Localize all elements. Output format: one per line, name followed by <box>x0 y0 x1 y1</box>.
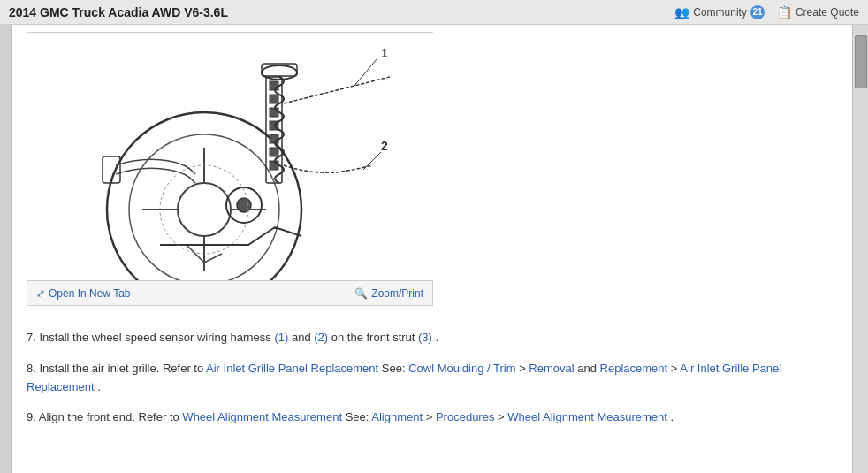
zoom-print-link[interactable]: 🔍 Zoom/Print <box>354 287 423 300</box>
main-content: 1 2 ⤢ O <box>0 25 868 473</box>
zoom-icon: 🔍 <box>354 287 368 300</box>
instruction-8-link2[interactable]: Cowl Moulding / Trim <box>408 362 515 375</box>
open-new-tab-icon: ⤢ <box>36 287 45 300</box>
create-quote-action[interactable]: 📋 Create Quote <box>777 5 859 19</box>
instruction-8-see: See: <box>382 362 408 375</box>
diagram-container: 1 2 ⤢ O <box>27 32 433 306</box>
page-title: 2014 GMC Truck Acadia AWD V6-3.6L <box>9 5 228 19</box>
instruction-7-link2[interactable]: (2) <box>314 331 328 344</box>
instruction-9-end: . <box>671 410 674 423</box>
instruction-8-link3[interactable]: Removal <box>529 362 574 375</box>
instructions: 7. Install the wheel speed sensor wiring… <box>27 329 838 427</box>
svg-rect-15 <box>270 161 278 170</box>
instruction-9-gt1: > <box>426 410 436 423</box>
svg-text:1: 1 <box>381 46 388 60</box>
instruction-7-text-after: on the front strut <box>331 331 418 344</box>
instruction-8-end: . <box>97 380 101 393</box>
svg-rect-0 <box>27 33 434 280</box>
instruction-7-end: . <box>436 331 439 344</box>
community-badge: 21 <box>750 5 765 19</box>
instruction-8-and: and <box>577 362 599 375</box>
instruction-9-link1[interactable]: Wheel Alignment Measurement <box>182 410 342 423</box>
create-quote-icon: 📋 <box>777 5 792 19</box>
zoom-print-label: Zoom/Print <box>371 287 423 300</box>
instruction-9-text-before: Align the front end. Refer to <box>39 410 183 423</box>
community-icon: 👥 <box>674 5 689 19</box>
instruction-7: 7. Install the wheel speed sensor wiring… <box>27 329 838 347</box>
instruction-7-text-before: Install the wheel speed sensor wiring ha… <box>39 331 274 344</box>
svg-rect-10 <box>270 95 278 103</box>
instruction-9: 9. Align the front end. Refer to Wheel A… <box>27 408 838 427</box>
instruction-7-number: 7. <box>27 331 39 344</box>
instruction-9-link2[interactable]: Alignment <box>371 410 423 423</box>
svg-rect-9 <box>270 81 278 90</box>
diagram-footer: ⤢ Open In New Tab 🔍 Zoom/Print <box>27 280 432 305</box>
instruction-9-gt2: > <box>498 410 507 423</box>
instruction-9-see: See: <box>346 410 372 423</box>
instruction-8-text-before: Install the air inlet grille. Refer to <box>39 362 206 375</box>
svg-rect-14 <box>270 148 278 156</box>
instruction-8-link4[interactable]: Replacement <box>600 362 668 375</box>
diagram-image: 1 2 <box>27 33 434 280</box>
open-new-tab-link[interactable]: ⤢ Open In New Tab <box>36 287 131 300</box>
create-quote-label: Create Quote <box>796 6 859 19</box>
instruction-7-link1[interactable]: (1) <box>274 331 288 344</box>
instruction-8-gt2: > <box>671 362 681 375</box>
instruction-8-gt1: > <box>519 362 529 375</box>
open-new-tab-label: Open In New Tab <box>49 287 131 300</box>
instruction-9-link4[interactable]: Wheel Alignment Measurement <box>507 410 667 423</box>
instruction-8: 8. Install the air inlet grille. Refer t… <box>27 360 838 397</box>
community-action[interactable]: 👥 Community 21 <box>674 5 765 19</box>
content-area: 1 2 ⤢ O <box>12 25 852 473</box>
svg-rect-11 <box>270 108 278 117</box>
instruction-9-number: 9. <box>27 410 39 423</box>
instruction-8-link1[interactable]: Air Inlet Grille Panel Replacement <box>206 362 378 375</box>
instruction-7-and: and <box>292 331 314 344</box>
header-actions: 👥 Community 21 📋 Create Quote <box>674 5 859 19</box>
header-bar: 2014 GMC Truck Acadia AWD V6-3.6L 👥 Comm… <box>0 0 868 25</box>
left-sidebar <box>0 25 12 473</box>
diagram-svg: 1 2 <box>27 33 434 280</box>
page-wrapper: 2014 GMC Truck Acadia AWD V6-3.6L 👥 Comm… <box>0 0 868 473</box>
svg-text:2: 2 <box>381 139 388 153</box>
scrollbar-thumb[interactable] <box>855 35 867 88</box>
svg-rect-13 <box>270 134 278 143</box>
svg-point-23 <box>237 198 251 212</box>
scrollbar-track[interactable] <box>852 25 868 473</box>
instruction-8-number: 8. <box>27 362 39 375</box>
instruction-9-link3[interactable]: Procedures <box>436 410 494 423</box>
instruction-7-link3[interactable]: (3) <box>418 331 432 344</box>
community-label: Community <box>693 6 747 19</box>
